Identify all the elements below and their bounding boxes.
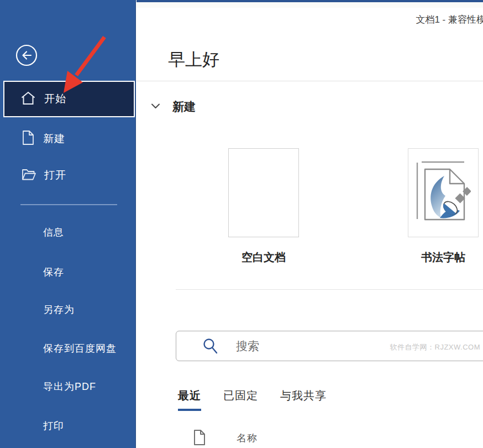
section-divider [136,81,483,81]
backstage-main: 文档1 - 兼容性模 早上好 新建 空白文档 [136,0,483,448]
sidebar-item-label: 保存 [43,265,64,279]
sidebar-item-label: 打开 [44,168,66,183]
new-section-title: 新建 [172,99,196,114]
sidebar-item-label: 保存到百度网盘 [43,342,117,355]
sidebar-item-save[interactable]: 保存 [3,258,135,286]
template-label: 空白文档 [228,250,299,265]
new-section-header[interactable]: 新建 [151,99,196,114]
sidebar-item-print[interactable]: 打印 [3,412,135,440]
template-blank-document[interactable] [228,148,299,237]
sidebar-item-label: 信息 [43,226,64,239]
open-folder-icon [22,168,36,183]
titlebar-band [136,2,483,8]
sidebar-item-new[interactable]: 新建 [3,125,135,153]
sidebar-item-save-to-baidu[interactable]: 保存到百度网盘 [3,335,135,362]
sidebar-item-export-pdf[interactable]: 导出为PDF [3,373,135,400]
greeting-heading: 早上好 [168,48,219,71]
name-column-header[interactable]: 名称 [237,431,258,445]
document-list-tabs: 最近 已固定 与我共享 [178,388,327,411]
sidebar-divider [20,204,117,205]
sidebar-item-label: 新建 [43,132,65,146]
backstage-sidebar: 开始 新建 打开 信息 保存 另存为 保存到百度网盘 [0,0,136,448]
recent-list-header: 名称 [136,427,483,448]
calligraphy-brush-icon [416,161,471,225]
tab-pinned[interactable]: 已固定 [223,388,258,411]
new-document-icon [22,130,35,148]
sidebar-item-save-as[interactable]: 另存为 [3,296,135,324]
document-icon [193,429,206,448]
home-icon [20,91,36,108]
sidebar-item-label: 导出为PDF [43,380,96,393]
sidebar-item-label: 开始 [44,92,66,106]
sidebar-item-label: 另存为 [43,303,75,316]
tab-shared[interactable]: 与我共享 [280,388,327,411]
sidebar-item-open[interactable]: 打开 [3,162,135,189]
content-divider [176,289,483,290]
site-watermark: 软件自学网：RJZXW.COM [390,342,481,352]
template-search-box[interactable]: 软件自学网：RJZXW.COM [176,331,483,361]
search-input[interactable] [235,339,379,353]
tab-recent[interactable]: 最近 [178,388,201,411]
template-label: 书法字帖 [408,250,479,265]
window-title: 文档1 - 兼容性模 [416,13,483,26]
back-arrow-icon [15,59,38,68]
word-backstage-window: 开始 新建 打开 信息 保存 另存为 保存到百度网盘 [0,0,483,448]
sidebar-item-label: 打印 [43,419,64,433]
sidebar-item-home[interactable]: 开始 [3,81,135,117]
sidebar-item-info[interactable]: 信息 [3,218,135,246]
template-calligraphy[interactable] [408,148,479,237]
back-button[interactable] [15,44,38,66]
search-icon [202,337,218,355]
chevron-down-icon [151,102,160,112]
